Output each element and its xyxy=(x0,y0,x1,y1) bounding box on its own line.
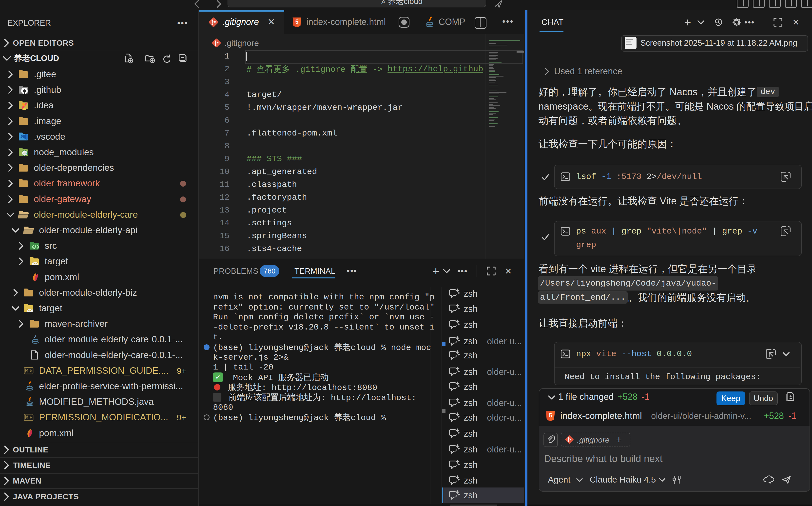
svg-text:JS: JS xyxy=(23,151,27,155)
svg-text:5: 5 xyxy=(549,412,552,419)
svg-text:5: 5 xyxy=(295,18,299,25)
